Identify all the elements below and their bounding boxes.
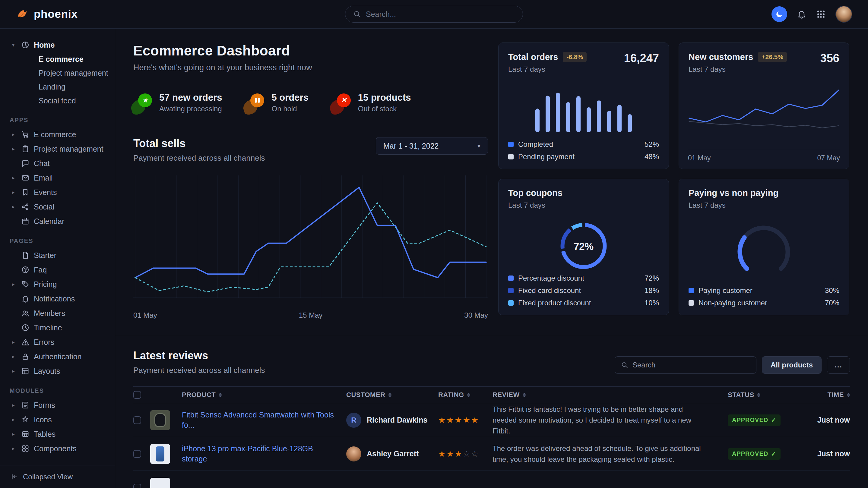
column-header-time[interactable]: TIME (799, 391, 850, 399)
review-text: The order was delivered ahead of schedul… (493, 443, 728, 465)
tag-icon (20, 280, 31, 289)
column-header-status[interactable]: STATUS (728, 391, 799, 399)
sidebar-section-modules: MODULES (10, 387, 105, 394)
kpi-cards-grid: Total orders -6.8% Last 7 days 16,247 (498, 42, 849, 315)
sidebar-item-chat[interactable]: Chat (7, 156, 108, 171)
sidebar-item-calendar[interactable]: Calendar (7, 214, 108, 228)
card-period: Last 7 days (508, 65, 587, 73)
apps-grid-button[interactable] (816, 9, 826, 19)
product-link[interactable]: Fitbit Sense Advanced Smartwatch with To… (182, 410, 346, 430)
product-thumbnail[interactable] (150, 444, 170, 464)
sidebar-subitem-ecommerce[interactable]: E commerce (7, 52, 108, 66)
sidebar-item-members[interactable]: Members (7, 306, 108, 320)
sidebar-item-components[interactable]: ▸ Components (7, 441, 108, 456)
sidebar-item-icons[interactable]: ▸ Icons (7, 412, 108, 427)
product-thumbnail[interactable] (150, 478, 170, 488)
user-avatar[interactable] (835, 6, 852, 23)
all-products-button[interactable]: All products (762, 356, 822, 374)
date-range-value: Mar 1 - 31, 2022 (383, 142, 438, 151)
sidebar-item-label: Faq (34, 265, 47, 274)
star-badge-icon: ★ (133, 93, 152, 112)
star-filled-icon: ★ (455, 416, 463, 425)
card-title: New customers (688, 52, 753, 62)
row-checkbox[interactable] (133, 484, 141, 488)
chevron-right-icon: ▸ (10, 445, 17, 452)
card-title: Top coupons (508, 188, 562, 198)
sidebar-item-timeline[interactable]: Timeline (7, 320, 108, 335)
product-thumbnail[interactable] (150, 410, 170, 430)
sidebar-item-starter[interactable]: Starter (7, 248, 108, 263)
card-period: Last 7 days (688, 65, 787, 73)
sidebar-item-forms[interactable]: ▸ Forms (7, 398, 108, 412)
search-icon (353, 10, 361, 18)
legend-label: Non-paying customer (699, 299, 767, 307)
sidebar-item-authentication[interactable]: ▸ Authentication (7, 349, 108, 364)
main-content: Ecommerce Dashboard Here's what's going … (115, 29, 868, 488)
top-coupons-card: Top coupons Last 7 days 72% Percentage d… (498, 179, 669, 315)
stat-on-hold: 5 orders On hold (246, 92, 308, 113)
legend-value: 72% (645, 274, 659, 283)
x-tick: 07 May (817, 154, 840, 162)
collapse-label: Collapsed View (23, 473, 73, 481)
reviews-search[interactable] (615, 356, 756, 374)
chevron-right-icon: ▸ (10, 402, 17, 409)
column-header-product[interactable]: PRODUCT (182, 391, 346, 399)
brand-logo[interactable]: phoenix (17, 8, 78, 21)
sidebar-item-ecommerce-app[interactable]: ▸ E commerce (7, 127, 108, 142)
theme-toggle-button[interactable] (772, 6, 787, 22)
date-range-select[interactable]: Mar 1 - 31, 2022 ▾ (376, 137, 488, 155)
sidebar-item-layouts[interactable]: ▸ Layouts (7, 364, 108, 378)
sidebar-item-social[interactable]: ▸ Social (7, 199, 108, 214)
total-sells-title: Total sells (133, 137, 265, 150)
star-filled-icon: ★ (463, 416, 471, 425)
bell-icon (797, 9, 806, 19)
global-search-input[interactable] (366, 10, 515, 19)
sidebar-item-label: Tables (34, 430, 56, 438)
more-options-button[interactable]: ... (827, 356, 850, 374)
product-link[interactable]: iPhone 13 pro max-Pacific Blue-128GB sto… (182, 444, 346, 464)
sidebar-subitem-label: Landing (39, 83, 65, 91)
column-header-review[interactable]: REVIEW (493, 391, 728, 399)
row-checkbox[interactable] (133, 416, 141, 424)
sidebar-subitem-social-feed[interactable]: Social feed (7, 94, 108, 108)
sidebar-subitem-landing[interactable]: Landing (7, 80, 108, 94)
paying-gauge (688, 222, 839, 279)
sidebar-item-notifications[interactable]: Notifications (7, 291, 108, 306)
sidebar-subitem-label: Social feed (39, 96, 76, 105)
sidebar-item-home[interactable]: ▾ Home (7, 38, 108, 52)
sort-icon (219, 393, 222, 397)
sidebar-item-faq[interactable]: Faq (7, 263, 108, 277)
sidebar-item-tables[interactable]: ▸ Tables (7, 427, 108, 441)
legend-value: 48% (645, 153, 659, 161)
chevron-down-icon: ▾ (10, 42, 17, 48)
status-badge: APPROVED✓ (728, 415, 780, 426)
sidebar-item-label: Calendar (34, 217, 64, 226)
select-all-checkbox[interactable] (133, 391, 141, 399)
reviews-search-input[interactable] (632, 361, 750, 369)
column-header-rating[interactable]: RATING (438, 391, 493, 399)
pause-badge-icon (246, 93, 264, 112)
sidebar-item-label: Chat (34, 159, 50, 168)
page-title: Ecommerce Dashboard (133, 42, 488, 59)
moon-icon (775, 10, 783, 19)
sidebar-item-label: Timeline (34, 323, 62, 332)
sidebar-item-label: Email (34, 174, 53, 182)
sort-icon (523, 393, 526, 397)
sidebar-item-email[interactable]: ▸ Email (7, 171, 108, 185)
stat-caption: Awating processing (159, 105, 222, 113)
star-filled-icon: ★ (471, 416, 479, 425)
collapse-sidebar-button[interactable]: Collapsed View (0, 465, 115, 488)
sidebar-subitem-project-management[interactable]: Project management (7, 66, 108, 80)
sidebar-item-pricing[interactable]: ▸ Pricing (7, 277, 108, 291)
notifications-button[interactable] (797, 9, 806, 19)
sidebar-item-errors[interactable]: ▸ Errors (7, 335, 108, 349)
column-header-customer[interactable]: CUSTOMER (346, 391, 438, 399)
legend-label: Paying customer (699, 286, 752, 295)
chevron-right-icon: ▸ (10, 339, 17, 346)
table-icon (20, 430, 31, 438)
sort-icon (757, 393, 760, 397)
global-search[interactable] (345, 6, 523, 23)
sidebar-item-events[interactable]: ▸ Events (7, 185, 108, 199)
sidebar-item-project-management-app[interactable]: ▸ Project management (7, 142, 108, 156)
row-checkbox[interactable] (133, 450, 141, 458)
